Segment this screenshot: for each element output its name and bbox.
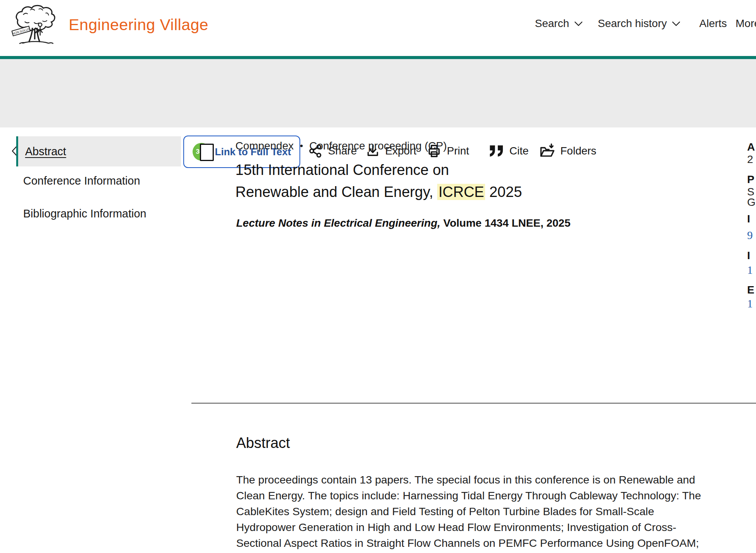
- nav-search-history[interactable]: Search history: [598, 16, 680, 31]
- abstract-line: Clean Energy. The topics include: Harnes…: [236, 488, 738, 504]
- chevron-down-icon: [574, 21, 583, 26]
- serial-volume: Volume 1434 LNEE, 2025: [440, 217, 570, 229]
- nav-search-label: Search: [535, 16, 569, 31]
- document-type: Conference proceeding (CP): [309, 140, 446, 152]
- folders-button[interactable]: Folders: [540, 143, 596, 159]
- nav-more-label: More: [736, 16, 756, 31]
- detail-label-fragment: I: [747, 249, 750, 262]
- abstract-line-clipped: Study on the Influence of the Blade Inle…: [236, 551, 738, 553]
- serial-title: Lecture Notes in Electrical Engineering,: [236, 217, 440, 229]
- record-title-line2-post: 2025: [485, 184, 522, 200]
- sidebar-item-bibliographic-information-label: Bibliographic Information: [23, 207, 146, 220]
- elsevier-tree-logo: NON SOLUS: [12, 5, 59, 45]
- nav-alerts[interactable]: Alerts: [699, 16, 727, 31]
- abstract-line: Hydropower Generation in High and Low He…: [236, 519, 738, 535]
- sidebar-item-abstract-label: Abstract: [25, 145, 66, 158]
- detail-link-fragment[interactable]: 1: [747, 264, 753, 276]
- nav-search-history-label: Search history: [598, 16, 667, 31]
- nav-search[interactable]: Search: [535, 16, 583, 31]
- header-accent-bar: [0, 56, 756, 59]
- record-title: 15th International Conference on Renewab…: [235, 159, 522, 203]
- app-title: Engineering Village: [69, 15, 208, 34]
- detail-value-fragment: G: [747, 196, 756, 209]
- toolbar: Back to results 360 Link to Full Text Sh…: [0, 59, 756, 127]
- abstract-line: CableKites System; design and Field Test…: [236, 504, 738, 519]
- nav-alerts-label: Alerts: [699, 16, 727, 31]
- serial-title-line: Lecture Notes in Electrical Engineering,…: [236, 217, 570, 229]
- record-meta: Compendex • Conference proceeding (CP): [235, 140, 447, 152]
- abstract-line: The proceedings contain 13 papers. The s…: [236, 472, 738, 488]
- detail-label-fragment: E: [747, 284, 754, 296]
- search-term-highlight: ICRCE: [437, 184, 485, 200]
- nav-more[interactable]: More: [736, 16, 756, 31]
- sidebar-item-bibliographic-information[interactable]: Bibliographic Information: [23, 207, 146, 220]
- sidebar-item-abstract[interactable]: Abstract: [16, 136, 181, 166]
- folders-icon: [540, 143, 555, 159]
- detail-label-fragment: P: [747, 173, 754, 186]
- meta-separator-dot: •: [300, 141, 303, 151]
- chevron-down-icon: [672, 21, 680, 26]
- header: NON SOLUS Engineering Village Search Sea…: [0, 0, 756, 56]
- print-label: Print: [447, 145, 469, 157]
- record-title-line1: 15th International Conference on: [235, 159, 522, 181]
- detail-value-fragment: 2: [747, 153, 753, 166]
- folders-label: Folders: [560, 145, 596, 157]
- cite-label: Cite: [509, 145, 529, 157]
- record-title-line2: Renewable and Clean Energy, ICRCE 2025: [235, 181, 522, 203]
- select-record-checkbox[interactable]: [200, 144, 214, 161]
- record-title-line2-pre: Renewable and Clean Energy,: [235, 184, 437, 200]
- logo-banner: NON SOLUS: [12, 26, 30, 36]
- abstract-heading: Abstract: [236, 435, 290, 451]
- abstract-paragraph: The proceedings contain 13 papers. The s…: [236, 472, 738, 553]
- database-badge: Compendex: [235, 140, 294, 152]
- page: NON SOLUS Engineering Village Search Sea…: [0, 0, 756, 553]
- cite-quotes-icon: [489, 144, 504, 158]
- abstract-line: Sectional Aspect Ratios in Straight Flow…: [236, 535, 738, 551]
- section-divider: [191, 403, 756, 404]
- detail-link-fragment[interactable]: 9: [747, 229, 753, 242]
- detail-label-fragment: I: [747, 213, 750, 225]
- detail-link-fragment[interactable]: 1: [747, 297, 753, 310]
- cite-button[interactable]: Cite: [489, 143, 529, 159]
- detail-label-fragment: A: [747, 141, 755, 153]
- sidebar-item-conference-information[interactable]: Conference Information: [23, 175, 140, 187]
- sidebar-item-conference-information-label: Conference Information: [23, 175, 140, 187]
